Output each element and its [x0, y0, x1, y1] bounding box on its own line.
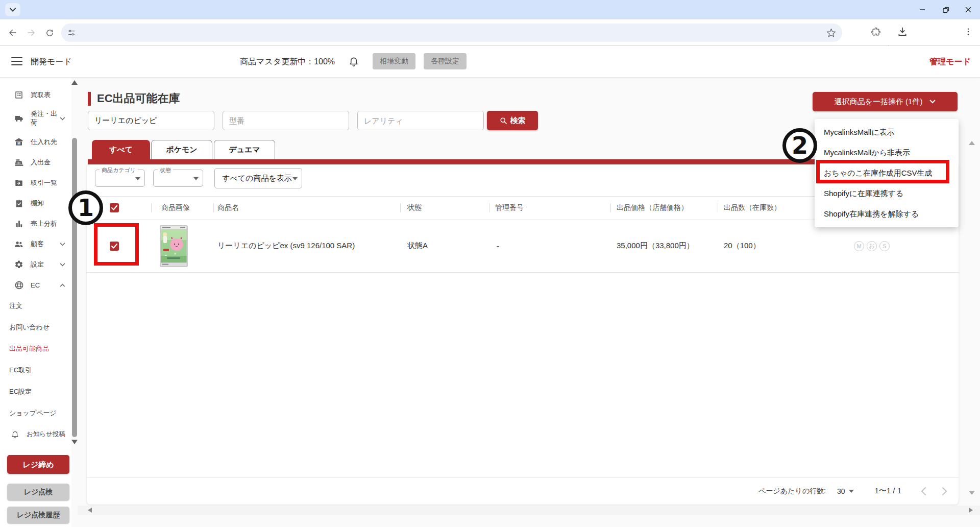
sidebar-item-ec-inquiries[interactable]: お問い合わせ — [0, 317, 71, 338]
rows-per-page-value[interactable]: 30 — [837, 487, 845, 495]
annotation-menu-highlight — [816, 160, 949, 183]
scrollbar-down-arrow[interactable] — [71, 440, 78, 444]
admin-mode-link[interactable]: 管理モード — [929, 57, 971, 67]
site-settings-icon — [67, 29, 76, 37]
app-title: 開発モード — [31, 57, 72, 67]
content-scrollbar-up-arrow[interactable] — [969, 141, 975, 145]
browser-menu-icon[interactable] — [964, 27, 973, 37]
sidebar-item-ec-settings[interactable]: EC設定 — [0, 381, 71, 402]
product-code: - — [497, 220, 499, 272]
menu-item-shopify-link[interactable]: Shopifyに在庫連携する — [815, 183, 959, 204]
forward-button[interactable] — [24, 26, 38, 39]
rows-per-page-caret-icon[interactable] — [849, 490, 854, 493]
sidebar-item-ec-transactions[interactable]: EC取引 — [0, 360, 71, 381]
people-icon — [13, 239, 24, 249]
window-minimize-button[interactable] — [911, 0, 934, 19]
ochanoko-channel-icon: お — [867, 241, 877, 251]
pagination: ページあたりの行数: 30 1〜1 / 1 — [87, 477, 959, 505]
previous-page-icon[interactable] — [921, 487, 926, 496]
sidebar-item-ec-sellable-products[interactable]: 出品可能商品 — [0, 338, 71, 360]
column-divider — [489, 203, 489, 212]
sidebar-item-ec[interactable]: EC — [0, 275, 71, 295]
url-input[interactable] — [81, 29, 826, 37]
register-check-button[interactable]: レジ点検 — [7, 484, 69, 500]
browser-toolbar — [0, 19, 980, 46]
horizontal-scrollbar-track[interactable] — [78, 506, 980, 515]
menu-item-shopify-unlink[interactable]: Shopify在庫連携を解除する — [815, 204, 959, 224]
chevron-up-icon — [60, 283, 65, 287]
sidebar-item-shop-page[interactable]: ショップページ — [0, 402, 71, 424]
tab-duema[interactable]: デュエマ — [214, 140, 275, 159]
product-name[interactable]: リーリエのピッピex (sv9 126/100 SAR) — [217, 220, 355, 272]
horizontal-scrollbar-right-arrow[interactable] — [969, 508, 973, 513]
select-caret-icon — [135, 177, 140, 180]
select-all-checkbox[interactable] — [110, 203, 119, 212]
column-header-image: 商品画像 — [161, 196, 190, 220]
reload-button[interactable] — [43, 26, 56, 39]
pokemon-card-image — [160, 225, 188, 267]
sidebar-item-suppliers[interactable]: M 仕入れ先 — [0, 132, 71, 152]
search-button[interactable]: 検索 — [487, 111, 538, 130]
window-restore-button[interactable] — [934, 0, 958, 19]
vertical-scrollbar-thumb[interactable] — [72, 138, 77, 437]
sidebar-item-cash-in-out[interactable]: 入出金 — [0, 152, 71, 173]
select-caret-icon — [193, 177, 199, 180]
register-check-history-button[interactable]: レジ点検履歴 — [7, 507, 69, 523]
rows-per-page-label: ページあたりの行数: — [758, 487, 826, 496]
cash-register-icon — [13, 158, 24, 167]
column-divider — [718, 203, 718, 212]
sidebar-item-label: 買取表 — [31, 90, 71, 100]
sidebar-item-sales-analysis[interactable]: 売上分析 — [0, 213, 71, 234]
display-filter-select[interactable]: すべての商品を表示 — [214, 168, 302, 188]
register-close-button[interactable]: レジ締め — [7, 455, 69, 474]
master-update-status: 商品マスタ更新中：100% — [240, 57, 335, 67]
state-select[interactable]: 状態 — [153, 170, 203, 187]
scrollbar-up-arrow[interactable] — [71, 80, 78, 85]
gear-icon — [13, 260, 24, 269]
bookmark-star-icon[interactable] — [826, 28, 836, 38]
close-icon — [965, 7, 971, 13]
sidebar-item-purchase-table[interactable]: 買取表 — [0, 85, 71, 105]
sidebar-item-inventory-count[interactable]: 棚卸 — [0, 193, 71, 213]
sidebar-item-notice-post[interactable]: お知らせ投稿 — [0, 424, 71, 444]
tab-search-button[interactable] — [5, 3, 20, 16]
mycalinks-channel-icon: M — [854, 241, 864, 251]
market-fluctuation-button[interactable]: 相場変動 — [373, 53, 415, 69]
product-state: 状態A — [407, 220, 428, 272]
next-page-icon[interactable] — [942, 487, 947, 496]
bulk-action-button[interactable]: 選択商品を一括操作 (1件) — [813, 92, 958, 111]
hamburger-menu-icon[interactable] — [11, 57, 22, 65]
minimize-icon — [919, 7, 925, 13]
model-number-search-input[interactable] — [223, 111, 349, 130]
sidebar-item-transactions[interactable]: 取引一覧 — [0, 173, 71, 193]
rarity-search-input[interactable] — [357, 111, 484, 130]
product-qty: 20（100） — [724, 220, 761, 272]
sidebar-item-order-shipping[interactable]: 発注・出荷 — [0, 105, 71, 132]
download-icon[interactable] — [897, 27, 908, 37]
title-accent-bar — [88, 92, 91, 106]
divider — [87, 272, 959, 273]
extensions-icon[interactable] — [871, 27, 881, 37]
back-button[interactable] — [6, 26, 19, 39]
tab-all[interactable]: すべて — [92, 140, 150, 159]
column-header-name: 商品名 — [217, 196, 239, 220]
window-close-button[interactable] — [957, 0, 980, 19]
sidebar: 買取表 発注・出荷 M 仕入れ先 入出金 取引一覧 棚卸 売上分析 顧客 設定 … — [0, 78, 71, 527]
category-select-label: 商品カテゴリ — [100, 166, 138, 174]
tab-pokemon[interactable]: ポケモン — [151, 140, 212, 159]
sidebar-item-label: 棚卸 — [31, 199, 71, 208]
various-settings-button[interactable]: 各種設定 — [424, 53, 467, 69]
notifications-bell-icon[interactable] — [348, 55, 359, 68]
product-name-search-input[interactable] — [88, 111, 214, 130]
folder-arrow-icon — [13, 178, 24, 187]
category-select[interactable]: 商品カテゴリ — [95, 170, 145, 187]
sidebar-item-settings[interactable]: 設定 — [0, 254, 71, 275]
sidebar-item-ec-orders[interactable]: 注文 — [0, 295, 71, 317]
content-scrollbar-down-arrow[interactable] — [969, 491, 975, 495]
sidebar-item-customers[interactable]: 顧客 — [0, 234, 71, 254]
horizontal-scrollbar-left-arrow[interactable] — [88, 508, 92, 513]
menu-item-show-mycalinksmall[interactable]: MycalinksMallに表示 — [815, 122, 959, 142]
sidebar-item-label: 顧客 — [31, 239, 60, 249]
url-bar[interactable] — [61, 23, 842, 42]
svg-text:M: M — [17, 141, 20, 145]
